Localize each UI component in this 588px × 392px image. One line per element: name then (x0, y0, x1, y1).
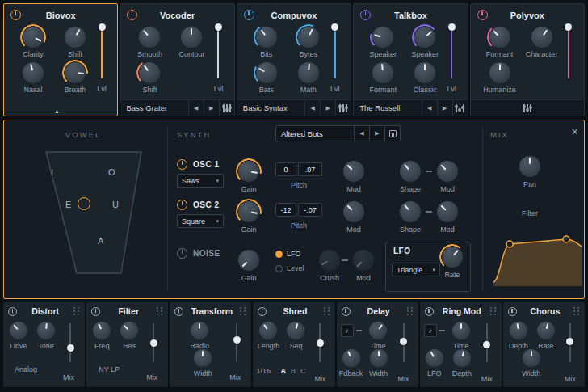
bits-knob[interactable] (256, 27, 277, 48)
slider-thumb[interactable] (99, 23, 106, 31)
levels-icon[interactable] (519, 100, 535, 116)
vowel-cursor[interactable] (78, 197, 90, 210)
preset-name[interactable]: Basic Syntax (237, 100, 304, 116)
breath-knob[interactable] (65, 62, 86, 83)
pattern-b-button[interactable]: B (291, 367, 296, 375)
drag-handle-icon[interactable] (573, 307, 580, 316)
classic-knob[interactable] (414, 62, 435, 83)
osc2-power-icon[interactable] (177, 200, 187, 210)
osc1-wave-select[interactable]: Saws▾ (177, 174, 224, 188)
module-polyvox[interactable]: Polyvox Formant Character Humanize (470, 3, 585, 116)
width-knob[interactable] (370, 349, 388, 367)
humanize-knob[interactable] (489, 62, 510, 83)
osc2-pitch-coarse-field[interactable]: -12 (275, 203, 296, 217)
mix-slider[interactable] (566, 323, 574, 362)
osc2-shape-mod-knob[interactable] (437, 201, 458, 222)
level-slider[interactable] (331, 25, 339, 78)
module-compuvox[interactable]: Compuvox Bits Bytes Bats Math Lvl Basic … (237, 3, 351, 116)
drag-handle-icon[interactable] (240, 307, 246, 316)
mix-slider[interactable] (316, 323, 324, 362)
osc1-pitch-mod-knob[interactable] (343, 161, 364, 182)
filter-type-select[interactable]: NY LP (86, 365, 132, 373)
levels-icon[interactable] (219, 100, 234, 116)
power-icon[interactable] (127, 10, 137, 20)
slider-thumb[interactable] (67, 344, 74, 352)
drive-knob[interactable] (10, 322, 27, 339)
width-knob[interactable] (194, 349, 212, 367)
contour-knob[interactable] (181, 27, 202, 48)
slider-thumb[interactable] (565, 23, 572, 31)
pan-knob[interactable] (519, 156, 540, 177)
fx-ring-mod[interactable]: Ring Mod ♪ Time LFO Depth Mix (420, 302, 502, 387)
rate-knob[interactable] (537, 322, 555, 339)
osc2-pitch-fine-field[interactable]: -.07 (298, 203, 322, 217)
levels-icon[interactable] (335, 100, 351, 116)
close-icon[interactable]: ✕ (571, 127, 578, 137)
prev-preset-button[interactable]: ◀ (304, 100, 320, 116)
power-icon[interactable] (425, 307, 434, 316)
time-knob[interactable] (369, 322, 387, 339)
preset-name[interactable]: Bass Grater (120, 100, 187, 116)
next-preset-button[interactable]: ▶ (320, 100, 335, 116)
next-preset-button[interactable]: ▶ (204, 100, 219, 116)
prev-preset-button[interactable]: ◀ (354, 126, 369, 141)
next-preset-button[interactable]: ▶ (437, 100, 452, 116)
smooth-knob[interactable] (139, 27, 160, 48)
speaker-knob-1[interactable] (372, 27, 393, 48)
slider-thumb[interactable] (233, 336, 241, 344)
drag-handle-icon[interactable] (157, 307, 163, 316)
fx-distort[interactable]: Distort Drive Tone Analog Mix (3, 302, 85, 387)
lfo-knob[interactable] (426, 349, 443, 367)
noise-mod-knob[interactable] (353, 250, 374, 271)
slider-thumb[interactable] (448, 23, 456, 31)
slider-thumb[interactable] (483, 341, 490, 348)
power-icon[interactable] (508, 307, 517, 316)
vowel-pad[interactable]: I O E U A (33, 148, 154, 277)
level-slider[interactable] (214, 25, 222, 78)
osc1-shape-knob[interactable] (400, 161, 421, 182)
prev-preset-button[interactable]: ◀ (188, 100, 204, 116)
slider-thumb[interactable] (150, 339, 158, 347)
noise-lfo-radio[interactable]: LFO (275, 250, 301, 258)
fx-filter[interactable]: Filter Freq Res NY LP Mix (86, 302, 168, 387)
bytes-knob[interactable] (298, 27, 319, 48)
noise-power-icon[interactable] (177, 248, 187, 259)
module-talkbox[interactable]: Talkbox Speaker Speaker Formant Classic … (353, 3, 468, 116)
prev-preset-button[interactable]: ◀ (422, 100, 437, 116)
time-knob[interactable] (452, 322, 470, 339)
depth-knob[interactable] (510, 322, 527, 339)
depth-knob[interactable] (453, 349, 471, 367)
osc2-shape-knob[interactable] (400, 201, 421, 222)
width-knob[interactable] (523, 349, 540, 367)
module-vocoder[interactable]: Vocoder Smooth Contour Shift Lvl Bass Gr… (120, 3, 234, 116)
drag-handle-icon[interactable] (490, 307, 497, 316)
noise-crush-knob[interactable] (319, 250, 340, 271)
next-preset-button[interactable]: ▶ (369, 126, 384, 141)
power-icon[interactable] (258, 307, 267, 316)
pattern-c-button[interactable]: C (300, 367, 306, 375)
slider-thumb[interactable] (331, 23, 338, 31)
osc1-power-icon[interactable] (177, 159, 187, 170)
tone-knob[interactable] (37, 322, 55, 339)
fdback-knob[interactable] (342, 349, 360, 367)
power-icon[interactable] (8, 307, 17, 316)
power-icon[interactable] (244, 10, 254, 20)
level-slider[interactable] (447, 25, 456, 78)
mix-slider[interactable] (483, 323, 491, 362)
seq-knob[interactable] (287, 322, 304, 339)
fx-chorus[interactable]: Chorus Depth Rate Width Mix (503, 302, 585, 387)
levels-icon[interactable] (452, 100, 468, 116)
mix-slider[interactable] (66, 323, 74, 362)
character-knob[interactable] (531, 27, 552, 48)
noise-level-radio[interactable]: Level (275, 264, 304, 272)
level-slider[interactable] (98, 25, 106, 78)
nasal-knob[interactable] (23, 62, 44, 83)
power-icon[interactable] (91, 307, 100, 316)
distort-mode-select[interactable]: Analog (3, 365, 48, 373)
power-icon[interactable] (342, 307, 351, 316)
osc1-pitch-fine-field[interactable]: .07 (298, 162, 322, 176)
filter-curve-display[interactable] (492, 222, 584, 289)
synth-preset-name[interactable]: Altered Bots (276, 126, 354, 141)
noise-gain-knob[interactable] (238, 250, 259, 271)
drag-handle-icon[interactable] (324, 307, 330, 316)
